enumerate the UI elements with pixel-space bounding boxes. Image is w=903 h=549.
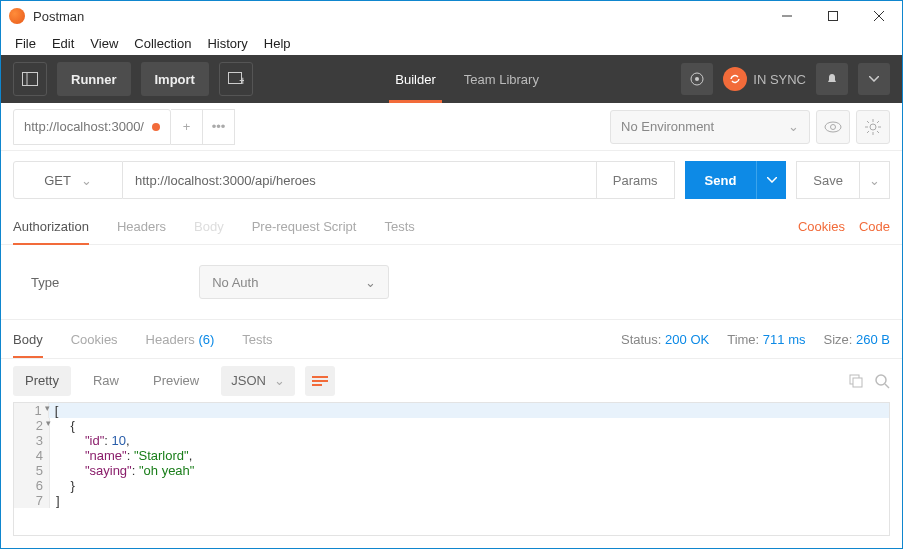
time-value: 711 ms (763, 332, 806, 347)
response-tab-headers[interactable]: Headers (6) (146, 320, 215, 358)
menu-collection[interactable]: Collection (126, 34, 199, 53)
save-button[interactable]: Save (796, 161, 860, 199)
code-link[interactable]: Code (859, 219, 890, 234)
svg-point-9 (695, 77, 699, 81)
environment-preview-button[interactable] (816, 110, 850, 144)
interceptor-icon[interactable] (681, 63, 713, 95)
toolbar: Runner Import + Builder Team Library IN … (1, 55, 902, 103)
send-dropdown-button[interactable] (756, 161, 786, 199)
svg-rect-25 (853, 378, 862, 387)
auth-section: Type No Auth ⌄ (1, 245, 902, 320)
svg-rect-4 (23, 73, 38, 86)
svg-line-18 (877, 131, 879, 133)
import-button[interactable]: Import (141, 62, 209, 96)
url-input[interactable] (123, 161, 597, 199)
save-dropdown-button[interactable]: ⌄ (860, 161, 890, 199)
status-value: 200 OK (665, 332, 709, 347)
menu-help[interactable]: Help (256, 34, 299, 53)
sync-icon (723, 67, 747, 91)
window-title: Postman (33, 9, 764, 24)
response-tabs: Body Cookies Headers (6) Tests Status: 2… (1, 320, 902, 358)
svg-point-12 (870, 124, 876, 130)
maximize-button[interactable] (810, 1, 856, 31)
response-stats: Status: 200 OK Time: 711 ms Size: 260 B (621, 332, 890, 347)
params-button[interactable]: Params (597, 161, 675, 199)
environment-select[interactable]: No Environment ⌄ (610, 110, 810, 144)
svg-point-11 (831, 124, 836, 129)
tab-builder[interactable]: Builder (395, 55, 435, 103)
runner-button[interactable]: Runner (57, 62, 131, 96)
app-logo-icon (9, 8, 25, 24)
svg-line-19 (877, 121, 879, 123)
tab-team-library[interactable]: Team Library (464, 55, 539, 103)
auth-type-select[interactable]: No Auth ⌄ (199, 265, 389, 299)
svg-line-20 (867, 131, 869, 133)
menu-file[interactable]: File (7, 34, 44, 53)
svg-line-17 (867, 121, 869, 123)
close-button[interactable] (856, 1, 902, 31)
sync-label: IN SYNC (753, 72, 806, 87)
cookies-link[interactable]: Cookies (798, 219, 845, 234)
menu-view[interactable]: View (82, 34, 126, 53)
tab-authorization[interactable]: Authorization (13, 209, 89, 244)
chevron-down-icon: ⌄ (365, 275, 376, 290)
search-response-button[interactable] (874, 373, 890, 389)
menubar: File Edit View Collection History Help (1, 31, 902, 55)
view-preview-button[interactable]: Preview (141, 366, 211, 396)
chevron-down-icon: ⌄ (81, 173, 92, 188)
tab-overflow-button[interactable]: ••• (203, 109, 235, 145)
chevron-down-icon: ⌄ (788, 119, 799, 134)
unsaved-dot-icon (152, 123, 160, 131)
tab-body[interactable]: Body (194, 209, 224, 244)
notifications-button[interactable] (816, 63, 848, 95)
view-raw-button[interactable]: Raw (81, 366, 131, 396)
auth-type-label: Type (31, 275, 59, 290)
auth-type-value: No Auth (212, 275, 258, 290)
environment-label: No Environment (621, 119, 714, 134)
add-tab-button[interactable]: + (171, 109, 203, 145)
response-tab-tests[interactable]: Tests (242, 320, 272, 358)
response-body-viewer[interactable]: 1[2 {3 "id": 10,4 "name": "Starlord",5 "… (13, 402, 890, 536)
menu-edit[interactable]: Edit (44, 34, 82, 53)
request-tab-label: http://localhost:3000/ (24, 119, 144, 134)
format-select[interactable]: JSON ⌄ (221, 366, 295, 396)
send-button[interactable]: Send (685, 161, 757, 199)
sync-status[interactable]: IN SYNC (723, 67, 806, 91)
new-window-button[interactable]: + (219, 62, 253, 96)
response-tab-body[interactable]: Body (13, 320, 43, 358)
minimize-button[interactable] (764, 1, 810, 31)
toggle-sidebar-button[interactable] (13, 62, 47, 96)
viewer-controls: Pretty Raw Preview JSON ⌄ (1, 358, 902, 402)
menu-history[interactable]: History (199, 34, 255, 53)
svg-text:+: + (239, 73, 244, 86)
wrap-lines-button[interactable] (305, 366, 335, 396)
request-tabs-row: http://localhost:3000/ + ••• No Environm… (1, 103, 902, 151)
svg-point-10 (825, 122, 841, 132)
settings-button[interactable] (856, 110, 890, 144)
svg-point-26 (876, 375, 886, 385)
tab-tests[interactable]: Tests (384, 209, 414, 244)
response-tab-cookies[interactable]: Cookies (71, 320, 118, 358)
request-tab[interactable]: http://localhost:3000/ (13, 109, 171, 145)
size-value: 260 B (856, 332, 890, 347)
view-pretty-button[interactable]: Pretty (13, 366, 71, 396)
svg-rect-1 (829, 12, 838, 21)
tab-headers[interactable]: Headers (117, 209, 166, 244)
method-select[interactable]: GET ⌄ (13, 161, 123, 199)
titlebar: Postman (1, 1, 902, 31)
method-label: GET (44, 173, 71, 188)
copy-response-button[interactable] (848, 373, 864, 389)
chevron-down-icon: ⌄ (274, 373, 285, 388)
tab-prerequest[interactable]: Pre-request Script (252, 209, 357, 244)
user-menu-button[interactable] (858, 63, 890, 95)
request-subtabs: Authorization Headers Body Pre-request S… (1, 209, 902, 245)
request-row: GET ⌄ Params Send Save ⌄ (1, 151, 902, 209)
svg-line-27 (885, 384, 889, 388)
